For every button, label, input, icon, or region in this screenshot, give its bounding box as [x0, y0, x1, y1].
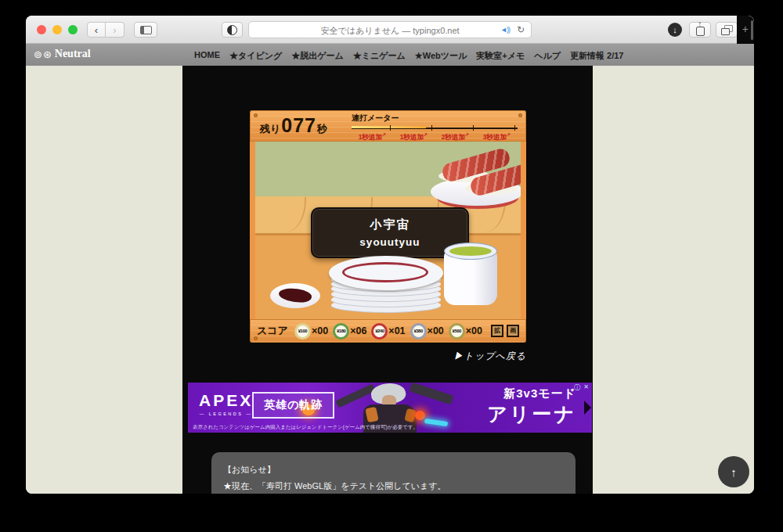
apex-logo: APEX — LEGENDS —: [199, 391, 253, 416]
sushi-typing-game[interactable]: 残り 077 秒 連打メーター: [250, 110, 526, 343]
site-notice-panel: 【お知らせ】 ★現在、「寿司打 WebGL版」をテスト公開しています。: [211, 452, 576, 494]
ad-close-icon[interactable]: ✕: [583, 383, 589, 390]
score-plate-180: ¥180 ×06: [333, 323, 366, 340]
scroll-to-top-button[interactable]: ↑: [718, 456, 749, 487]
menu-item-home[interactable]: HOME: [194, 50, 220, 62]
muzzle-flash: [415, 411, 425, 420]
ad-headline: 新3v3モード アリーナ: [487, 386, 576, 427]
combo-meter: 連打メーター 1秒追加↗ 1秒追加↗ 2秒追加↗ 3秒追加↗: [352, 113, 518, 142]
background-window-edge: [751, 20, 753, 40]
game-play-area: 小宇宙 syouutyuu: [250, 142, 526, 319]
menu-item-web-tools[interactable]: ★Webツール: [415, 50, 467, 62]
site-menu: HOME ★タイピング ★脱出ゲーム ★ミニゲーム ★Webツール 実験室+メモ…: [194, 50, 623, 62]
page-background: 残り 077 秒 連打メーター: [26, 66, 754, 494]
share-button[interactable]: [689, 22, 711, 38]
content-column: 残り 077 秒 連打メーター: [182, 66, 593, 494]
score-plate-240: ¥240 ×01: [371, 323, 405, 340]
back-to-top-link[interactable]: ▶トップへ戻る: [250, 350, 526, 363]
meter-tick: [514, 125, 515, 131]
titlebar-dark-edge: +: [737, 16, 754, 44]
extension-button[interactable]: [222, 22, 243, 38]
browser-titlebar: ‹ › 安全ではありません — typingx0.net ◄)) ↻ ↓ +: [26, 16, 754, 44]
back-button[interactable]: ‹: [87, 22, 106, 38]
meter-tick: [390, 125, 391, 131]
downloads-button[interactable]: ↓: [668, 23, 682, 37]
green-tea-cup: [444, 243, 497, 307]
expand-button[interactable]: 拡: [491, 325, 503, 337]
close-window-button[interactable]: [37, 25, 46, 34]
menu-item-escape-game[interactable]: ★脱出ゲーム: [291, 50, 344, 62]
time-remaining: 残り 077 秒: [260, 114, 327, 137]
site-logo[interactable]: ⊚⊛ Neutral: [34, 48, 91, 60]
score-bar: スコア ¥100 ×00 ¥180 ×06 ¥240 ×01 ¥380: [250, 319, 526, 343]
sidebar-toggle-button[interactable]: [134, 22, 157, 38]
green-tea: [449, 246, 492, 256]
soy-sauce: [278, 286, 312, 304]
meter-tick: [473, 125, 474, 131]
notice-title: 【お知らせ】: [223, 462, 564, 478]
combo-meter-label: 連打メーター: [352, 113, 518, 124]
combo-meter-track: [352, 128, 518, 129]
score-plate-100: ¥100 ×00: [294, 323, 328, 340]
score-plate-500: ¥500 ×00: [449, 323, 482, 340]
reload-icon[interactable]: ↻: [517, 24, 525, 35]
ad-disclaimer: 表示されたコンテンツはゲーム内購入またはレジェンドトークン(ゲーム内で獲得可)が…: [193, 424, 418, 431]
display-button[interactable]: 画: [507, 325, 519, 337]
score-label: スコア: [257, 324, 288, 338]
nail-icon: [254, 113, 258, 117]
conveyor-seam: [283, 197, 306, 232]
browser-window: ‹ › 安全ではありません — typingx0.net ◄)) ↻ ↓ + ⊚…: [26, 16, 754, 494]
game-header-board: 残り 077 秒 連打メーター: [250, 110, 526, 142]
audio-playing-icon[interactable]: ◄)): [500, 26, 510, 34]
tab-overview-button[interactable]: [716, 22, 738, 38]
score-plate-380: ¥380 ×00: [410, 323, 444, 340]
thruster-glow: [424, 419, 449, 426]
new-tab-button[interactable]: +: [742, 23, 749, 35]
notice-body: ★現在、「寿司打 WebGL版」をテスト公開しています。: [223, 478, 564, 494]
time-remaining-value: 077: [281, 114, 316, 137]
history-nav-buttons: ‹ ›: [87, 22, 124, 38]
nail-icon: [518, 113, 522, 117]
combo-meter-fill: [352, 126, 426, 128]
shield-extension-icon: [227, 25, 237, 35]
word-kanji: 小宇宙: [312, 217, 467, 232]
site-navbar: ⊚⊛ Neutral HOME ★タイピング ★脱出ゲーム ★ミニゲーム ★We…: [26, 44, 754, 66]
menu-item-mini-game[interactable]: ★ミニゲーム: [353, 50, 406, 62]
minimize-window-button[interactable]: [52, 25, 62, 34]
url-text: 安全ではありません — typingx0.net: [249, 25, 531, 37]
nail-icon: [254, 336, 258, 340]
share-icon: [696, 27, 705, 36]
forward-button[interactable]: ›: [106, 22, 124, 38]
zoom-window-button[interactable]: [68, 25, 78, 34]
menu-item-updates[interactable]: 更新情報 2/17: [570, 50, 623, 62]
meter-tick: [431, 125, 432, 131]
sidebar-icon: [140, 26, 152, 34]
menu-item-lab-memo[interactable]: 実験室+メモ: [476, 50, 525, 62]
ad-campaign-badge: 英雄の軌跡: [252, 392, 334, 419]
ad-character-jet: [410, 383, 454, 404]
apex-ad-banner[interactable]: APEX — LEGENDS — 英雄の軌跡 新3v3モード アリーナ ⓘ ✕ …: [188, 383, 592, 433]
site-logo-text: Neutral: [55, 48, 91, 60]
tab-overview-icon: [721, 25, 733, 35]
plate-red-ring: [342, 262, 428, 282]
menu-item-help[interactable]: ヘルプ: [534, 50, 561, 62]
menu-item-typing[interactable]: ★タイピング: [229, 50, 282, 62]
address-bar[interactable]: 安全ではありません — typingx0.net ◄)) ↻: [248, 21, 532, 38]
game-corner-buttons: 拡 画: [491, 325, 519, 337]
neutral-logo-icon: ⊚⊛: [34, 49, 52, 60]
ad-next-arrow-icon[interactable]: [584, 401, 591, 415]
plate-stack: [329, 256, 443, 312]
meter-bonus-labels: 1秒追加↗ 1秒追加↗ 2秒追加↗ 3秒追加↗: [352, 131, 518, 142]
soy-sauce-dish: [270, 283, 320, 308]
adchoices-icon[interactable]: ⓘ: [574, 383, 580, 392]
